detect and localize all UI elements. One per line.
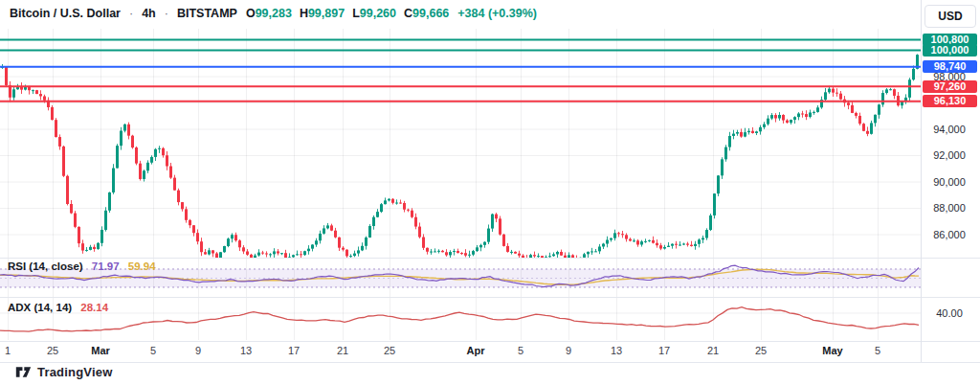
time-tick-9: 9 [566, 345, 571, 356]
price-axis-label: 88,000 [922, 202, 977, 215]
time-tick-21: 21 [337, 345, 348, 356]
rsi-title[interactable]: RSI (14, close) [8, 260, 83, 272]
time-tick-17: 17 [288, 345, 300, 356]
time-tick-9: 9 [195, 345, 201, 356]
currency-button[interactable]: USD [924, 5, 976, 28]
level-price-badge[interactable]: 98,740 [923, 60, 977, 73]
symbol-legend[interactable]: Bitcoin / U.S. Dollar · 4h · BITSTAMP O9… [10, 7, 537, 20]
candles-group [1, 54, 919, 261]
price-axis-label: 92,000 [922, 149, 977, 162]
pane-divider[interactable] [0, 258, 980, 259]
tradingview-logo-text: TradingView [37, 365, 113, 379]
time-tick-13: 13 [240, 345, 252, 356]
ohlc-high: H99,897 [300, 7, 345, 20]
interval-label[interactable]: 4h [142, 7, 156, 20]
price-axis[interactable]: USD 98,00094,00092,00090,00088,00086,000… [922, 0, 980, 362]
time-tick-5: 5 [875, 345, 880, 356]
rsi-value: 71.97 [92, 260, 120, 272]
separator: · [129, 7, 133, 20]
time-tick-17: 17 [658, 345, 670, 356]
ohlc-close: C99,666 [404, 7, 449, 20]
adx-value: 28.14 [80, 302, 108, 313]
adx-legend[interactable]: ADX (14, 14) 28.14 [8, 302, 108, 313]
time-tick-1: 1 [5, 345, 11, 356]
separator: · [165, 7, 168, 20]
adx-pane [0, 307, 919, 332]
adx-axis-label: 40.00 [922, 307, 977, 320]
time-tick-5: 5 [518, 345, 523, 356]
rsi-legend[interactable]: RSI (14, close) 71.97 59.94 [8, 260, 156, 272]
time-tick-25: 25 [47, 345, 58, 356]
time-tick-Mar: Mar [91, 345, 110, 356]
adx-title[interactable]: ADX (14, 14) [8, 302, 72, 313]
price-axis-label: 86,000 [922, 229, 977, 241]
ohlc-values: O99,283 H99,897 L99,260 C99,666 [246, 7, 449, 20]
change-label: +384 (+0.39%) [457, 7, 537, 20]
symbol-title[interactable]: Bitcoin / U.S. Dollar [10, 7, 121, 20]
time-tick-25: 25 [755, 345, 767, 356]
price-axis-label: 90,000 [922, 176, 977, 189]
time-tick-May: May [822, 345, 842, 356]
exchange-label: BITSTAMP [177, 7, 237, 20]
level-price-badge[interactable]: 97,260 [923, 80, 977, 93]
footer-divider [0, 362, 980, 363]
adx-line [0, 307, 919, 332]
tradingview-chart-window: Bitcoin / U.S. Dollar · 4h · BITSTAMP O9… [0, 0, 980, 385]
level-lines-group[interactable] [0, 40, 921, 102]
time-tick-13: 13 [611, 345, 622, 356]
ohlc-low: L99,260 [352, 7, 396, 20]
time-tick-25: 25 [384, 345, 395, 356]
price-axis-label: 94,000 [922, 124, 977, 136]
tradingview-logo-icon [15, 365, 32, 379]
time-tick-Apr: Apr [467, 345, 485, 356]
grid [0, 29, 921, 340]
rsi-ma-value: 59.94 [128, 260, 156, 272]
pane-divider[interactable] [0, 297, 980, 298]
level-price-badge[interactable]: 96,130 [923, 95, 977, 107]
time-axis[interactable]: 125Mar5913172125Apr5913172125May5 [0, 342, 921, 361]
time-tick-21: 21 [707, 345, 719, 356]
tradingview-logo[interactable]: TradingView [15, 365, 113, 379]
level-price-badge[interactable]: 100,000 [923, 44, 977, 57]
candlestick-chart[interactable] [0, 0, 921, 342]
ohlc-open: O99,283 [246, 7, 292, 20]
time-tick-5: 5 [150, 345, 156, 356]
